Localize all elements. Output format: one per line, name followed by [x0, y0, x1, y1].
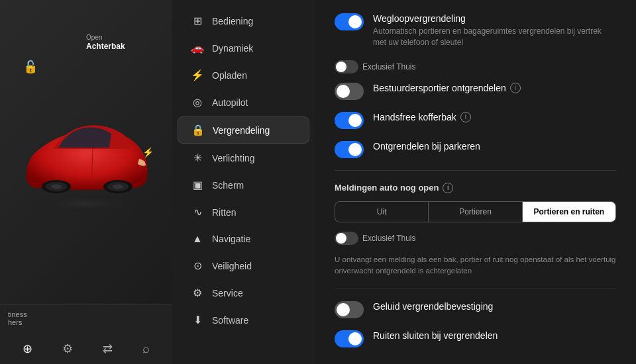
setting-title: Handsfree kofferbak: [373, 112, 456, 122]
nav-item-label-autopilot: Autopilot: [212, 97, 248, 108]
plus-icon[interactable]: ⊕: [23, 341, 32, 356]
nav-item-label-bediening: Bediening: [212, 16, 253, 26]
svg-text:⚡: ⚡: [142, 147, 154, 158]
car-image: ⚡: [13, 93, 159, 225]
sidebar-item-scherm[interactable]: ▣Scherm: [178, 172, 309, 198]
setting-desc: Automatisch portieren en bagageruimtes v…: [373, 26, 616, 48]
setting-info-wegloop: WegloopvergrendelingAutomatisch portiere…: [373, 13, 616, 48]
nav-icon: ▲: [191, 233, 204, 245]
random-icon[interactable]: ⇄: [103, 341, 113, 356]
exclusief-label: Exclusief Thuis: [362, 234, 415, 243]
toggle-switch[interactable]: [335, 83, 364, 100]
setting-title: Bestuurdersportier ontgrendelen: [373, 83, 506, 93]
nav-item-label-verlichting: Verlichting: [212, 153, 255, 163]
route-icon: ∿: [191, 206, 204, 218]
sidebar-item-veiligheid[interactable]: ⊙Veiligheid: [178, 253, 309, 279]
toggle-switch[interactable]: [335, 13, 364, 30]
setting-row-wegloop: WegloopvergrendelingAutomatisch portiere…: [335, 13, 616, 48]
sidebar-item-vergrendeling[interactable]: 🔒Vergrendeling: [178, 116, 309, 144]
setting-info-ontgrendelen: Ontgrendelen bij parkeren: [373, 141, 616, 152]
nav-item-label-dynamiek: Dynamiek: [212, 43, 253, 54]
nav-item-label-veiligheid: Veiligheid: [212, 261, 252, 271]
segment-btn[interactable]: Uit: [335, 202, 429, 222]
sliders-icon[interactable]: ⚙: [62, 341, 73, 356]
nav-item-label-ritten: Ritten: [212, 207, 237, 218]
setting-row-geluid: Geluid vergrendelbevestiging: [335, 301, 616, 318]
setting-info-ruiten: Ruiten sluiten bij vergrendelen: [373, 330, 616, 341]
setting-row-ontgrendelen: Ontgrendelen bij parkeren: [335, 141, 616, 158]
exclusief-row: Exclusief Thuis: [335, 232, 616, 245]
svg-point-4: [51, 185, 62, 189]
setting-title: Geluid vergrendelbevestiging: [373, 301, 616, 312]
info-icon[interactable]: i: [510, 83, 521, 93]
shield-icon: ⊙: [191, 259, 204, 272]
setting-info-geluid: Geluid vergrendelbevestiging: [373, 301, 616, 312]
segment-control: UitPortierenPortieren en ruiten: [335, 201, 616, 222]
sub-toggle[interactable]: [335, 232, 358, 245]
bottom-icons: ⊕ ⚙ ⇄ ⌕: [8, 339, 164, 359]
settings-panel: WegloopvergrendelingAutomatisch portiere…: [315, 0, 636, 364]
section-title-text: Meldingen auto nog open: [335, 183, 439, 193]
sidebar-item-service[interactable]: ⚙Service: [178, 280, 309, 306]
exclusief-row: Exclusief Thuis: [335, 60, 616, 73]
car-area: Open Achterbak 🔓: [0, 0, 172, 304]
setting-info-handsfree: Handsfree kofferbaki: [373, 112, 616, 122]
sidebar-item-ritten[interactable]: ∿Ritten: [178, 199, 309, 225]
screen-icon: ▣: [191, 179, 204, 191]
car-icon: 🚗: [191, 42, 204, 54]
sidebar-item-software[interactable]: ⬇Software: [178, 307, 309, 333]
info-text-meldingen: U ontvangt een melding als een bak, port…: [335, 254, 616, 277]
nav-item-label-scherm: Scherm: [212, 180, 244, 191]
bottom-bar: tiness hers ⊕ ⚙ ⇄ ⌕: [0, 304, 172, 364]
bottom-title: tiness hers: [8, 310, 27, 326]
nav-panel: ⊞Bediening🚗Dynamiek⚡Opladen◎Autopilot🔒Ve…: [172, 0, 315, 364]
setting-row-ruiten: Ruiten sluiten bij vergrendelen: [335, 330, 616, 347]
segment-btn[interactable]: Portieren: [429, 202, 522, 222]
nav-item-label-opladen: Opladen: [212, 70, 247, 81]
lock-open-icon: 🔓: [23, 60, 38, 74]
setting-title: Wegloopvergrendeling: [373, 13, 466, 24]
sidebar-item-autopilot[interactable]: ◎Autopilot: [178, 89, 309, 115]
setting-row-bestuurdersportier: Bestuurdersportier ontgrendeleni: [335, 83, 616, 100]
sidebar-item-navigatie[interactable]: ▲Navigatie: [178, 226, 309, 251]
achterbak-label: Open Achterbak: [86, 33, 125, 52]
setting-title: Ontgrendelen bij parkeren: [373, 141, 480, 152]
lock-icon: 🔒: [191, 124, 205, 136]
bolt-icon: ⚡: [191, 69, 204, 81]
nav-item-label-service: Service: [212, 288, 243, 298]
section-info-icon[interactable]: i: [443, 183, 453, 193]
search-icon[interactable]: ⌕: [142, 342, 150, 356]
segment-btn[interactable]: Portieren en ruiten: [523, 202, 615, 222]
controls-icon: ⊞: [191, 15, 204, 27]
wrench-icon: ⚙: [191, 287, 204, 299]
setting-info-bestuurdersportier: Bestuurdersportier ontgrendeleni: [373, 83, 616, 93]
setting-title: Ruiten sluiten bij vergrendelen: [373, 330, 616, 341]
toggle-switch[interactable]: [335, 301, 364, 318]
nav-item-label-vergrendeling: Vergrendeling: [213, 125, 270, 136]
svg-point-0: [30, 195, 142, 213]
sub-toggle[interactable]: [335, 60, 358, 73]
sidebar-item-verlichting[interactable]: ✳Verlichting: [178, 145, 309, 171]
section-title-meldingen: Meldingen auto nog openi: [335, 183, 616, 193]
svg-point-7: [113, 185, 123, 189]
light-icon: ✳: [191, 152, 204, 164]
toggle-switch[interactable]: [335, 112, 364, 129]
download-icon: ⬇: [191, 314, 204, 326]
sidebar-item-opladen[interactable]: ⚡Opladen: [178, 62, 309, 88]
sidebar-item-bediening[interactable]: ⊞Bediening: [178, 8, 309, 34]
exclusief-label: Exclusief Thuis: [362, 62, 415, 71]
nav-item-label-navigatie: Navigatie: [212, 234, 250, 244]
info-icon[interactable]: i: [460, 112, 471, 122]
steering-icon: ◎: [191, 96, 204, 109]
sidebar-item-dynamiek[interactable]: 🚗Dynamiek: [178, 35, 309, 61]
setting-row-handsfree: Handsfree kofferbaki: [335, 112, 616, 129]
toggle-switch[interactable]: [335, 141, 364, 158]
nav-item-label-software: Software: [212, 315, 248, 326]
left-panel: Open Achterbak 🔓: [0, 0, 172, 364]
toggle-switch[interactable]: [335, 330, 364, 347]
